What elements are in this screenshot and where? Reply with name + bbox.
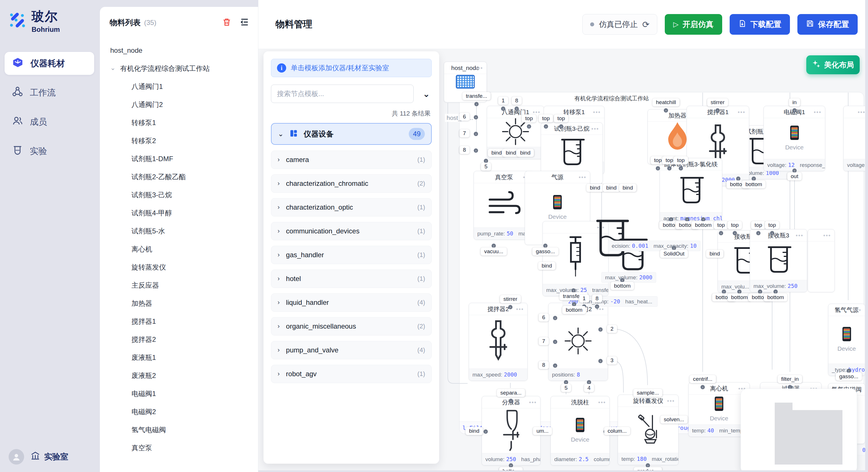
chevron-down-icon[interactable]: ⌄	[110, 64, 115, 72]
tree-item[interactable]: 转移泵1	[100, 113, 258, 132]
port-label[interactable]: 1	[579, 295, 589, 303]
port-label[interactable]: bind	[586, 184, 603, 192]
port-handle-icon[interactable]: ›	[474, 148, 478, 153]
tree-item[interactable]: 试剂瓶2-乙酸乙酯	[100, 168, 258, 186]
port-label[interactable]: top	[714, 221, 728, 229]
tree-item[interactable]: 真空泵	[100, 439, 258, 457]
port-label[interactable]: top	[727, 221, 742, 229]
port-label[interactable]: stirrer	[707, 98, 728, 106]
port-label[interactable]: 6	[539, 313, 549, 322]
port-handle-icon[interactable]: ›	[474, 132, 478, 136]
template-category-characterization_optic[interactable]: ›characterization_optic(1)	[271, 198, 432, 216]
port-label[interactable]: 2	[607, 325, 617, 333]
tree-item[interactable]: 八通阀门1	[100, 77, 258, 96]
port-label[interactable]: top	[539, 114, 553, 123]
search-input[interactable]	[271, 85, 414, 103]
node-menu-icon[interactable]: •••	[854, 307, 861, 313]
tree-item[interactable]: 试剂瓶3-己烷	[100, 186, 258, 204]
node-menu-icon[interactable]: •••	[591, 125, 599, 132]
collapse-panel-icon[interactable]	[240, 17, 249, 28]
tree-item[interactable]: 试剂瓶4-甲醇	[100, 204, 258, 222]
download-config-button[interactable]: 下载配置	[730, 14, 790, 35]
node-menu-icon[interactable]: •••	[796, 232, 803, 239]
template-category-liquid_handler[interactable]: ›liquid_handler(4)	[271, 293, 432, 312]
port-label[interactable]: in	[789, 98, 800, 106]
port-handle-icon[interactable]: ›	[501, 107, 505, 111]
node-menu-icon[interactable]: •••	[823, 232, 831, 239]
port-label[interactable]: bind	[619, 184, 637, 192]
port-label[interactable]: 8	[539, 361, 549, 369]
tree-item[interactable]: 电磁阀1	[100, 384, 258, 403]
sidebar-item-1[interactable]: 仪器耗材	[5, 52, 94, 75]
port-label[interactable]: filter_in	[778, 375, 802, 383]
port-label[interactable]: produc...	[634, 467, 662, 470]
port-handle-icon[interactable]: ›	[719, 231, 723, 235]
template-category-organic_miscellaneous[interactable]: ›organic_miscellaneous(2)	[271, 317, 432, 336]
port-label[interactable]: bottom	[562, 306, 586, 314]
port-label[interactable]: SolidOut	[660, 250, 688, 258]
port-label[interactable]: colum...	[604, 427, 630, 435]
node-menu-icon[interactable]: •••	[667, 398, 675, 404]
canvas-node-分液器[interactable]: 分液器•••volume:250has_phases:true	[482, 396, 540, 465]
tree-item[interactable]: 主反应器	[100, 276, 258, 294]
port-handle-icon[interactable]: ›	[559, 125, 563, 129]
port-label[interactable]: top	[522, 114, 536, 123]
node-menu-icon[interactable]: •••	[593, 109, 601, 115]
port-handle-icon[interactable]: ›	[474, 115, 478, 120]
sidebar-item-2[interactable]: 工作流	[5, 81, 94, 104]
tree-item[interactable]: 离心机	[100, 240, 258, 258]
delete-all-icon[interactable]	[222, 17, 231, 28]
sidebar-item-lab[interactable]: 实验室	[30, 451, 68, 463]
port-handle-icon[interactable]: ›	[544, 125, 548, 129]
start-simulation-button[interactable]: ▷ 开启仿真	[665, 14, 722, 35]
port-handle-icon[interactable]: ›	[656, 166, 660, 171]
template-category-camera[interactable]: ›camera(1)	[271, 150, 432, 169]
node-menu-icon[interactable]: •••	[598, 399, 606, 405]
tree-item[interactable]: 试剂瓶1-DMF	[100, 150, 258, 168]
node-menu-icon[interactable]: •••	[516, 306, 524, 312]
port-label[interactable]: 8	[512, 97, 522, 105]
refresh-icon[interactable]: ⟳	[642, 20, 649, 30]
tree-item[interactable]: 电磁阀2	[100, 403, 258, 421]
canvas-node-洗脱柱[interactable]: 洗脱柱•••Devicediameter:2.5column_type:si	[551, 396, 610, 465]
canvas-node-接收瓶3[interactable]: 接收瓶3•••max_volume:250	[750, 229, 807, 292]
node-menu-icon[interactable]: •••	[738, 109, 745, 115]
template-category-communication_devices[interactable]: ›communication_devices(1)	[271, 222, 432, 240]
tree-item[interactable]: 废液瓶2	[100, 367, 258, 384]
port-handle-icon[interactable]: ›	[474, 102, 479, 106]
port-handle-icon[interactable]: ›	[646, 399, 650, 403]
port-label[interactable]: gasso...	[836, 372, 862, 380]
port-label[interactable]: bind	[603, 184, 620, 192]
port-handle-icon[interactable]: ›	[770, 231, 774, 235]
port-handle-icon[interactable]: ›	[733, 231, 737, 235]
canvas-node-搅拌器2[interactable]: 搅拌器2•••max_speed:2000	[469, 303, 528, 381]
port-handle-icon[interactable]: ›	[701, 385, 705, 390]
port-label[interactable]: top	[554, 114, 568, 123]
port-label[interactable]: gasso...	[532, 247, 559, 256]
tree-item[interactable]: 搅拌器1	[100, 312, 258, 330]
tree-item[interactable]: 搅拌器2	[100, 330, 258, 348]
template-category-pump_and_valve[interactable]: ›pump_and_valve(4)	[271, 341, 432, 359]
port-label[interactable]: 8	[460, 146, 470, 154]
chevron-down-icon[interactable]: ⌄	[421, 89, 432, 99]
port-handle-icon[interactable]: ›	[553, 364, 557, 368]
port-label[interactable]: out	[787, 172, 802, 180]
port-label[interactable]: 7	[539, 337, 549, 345]
port-label[interactable]: bind	[538, 262, 555, 270]
port-handle-icon[interactable]: ›	[553, 316, 557, 320]
port-label[interactable]: bottom	[611, 282, 634, 290]
node-menu-icon[interactable]: •••	[814, 109, 822, 115]
port-label[interactable]: transfe...	[462, 92, 491, 100]
port-label[interactable]: bind	[706, 250, 723, 258]
sidebar-item-4[interactable]: 实验	[5, 140, 94, 163]
port-label[interactable]: um...	[533, 427, 552, 435]
port-label[interactable]: bottom	[691, 221, 715, 229]
port-label[interactable]: top	[674, 156, 688, 164]
tree-item-host-node[interactable]: host_node	[100, 41, 258, 59]
template-category-robot_agv[interactable]: ›robot_agv(1)	[271, 365, 432, 383]
port-handle-icon[interactable]: ›	[508, 305, 513, 309]
port-label[interactable]: 5	[481, 163, 491, 171]
tree-item-workstation[interactable]: ⌄ 有机化学流程综合测试工作站	[100, 59, 258, 77]
save-config-button[interactable]: 保存配置	[797, 14, 858, 35]
flow-canvas[interactable]: 有机化学流程综合测试工作站 l,FilterProtocol,CleanVess…	[258, 49, 865, 470]
